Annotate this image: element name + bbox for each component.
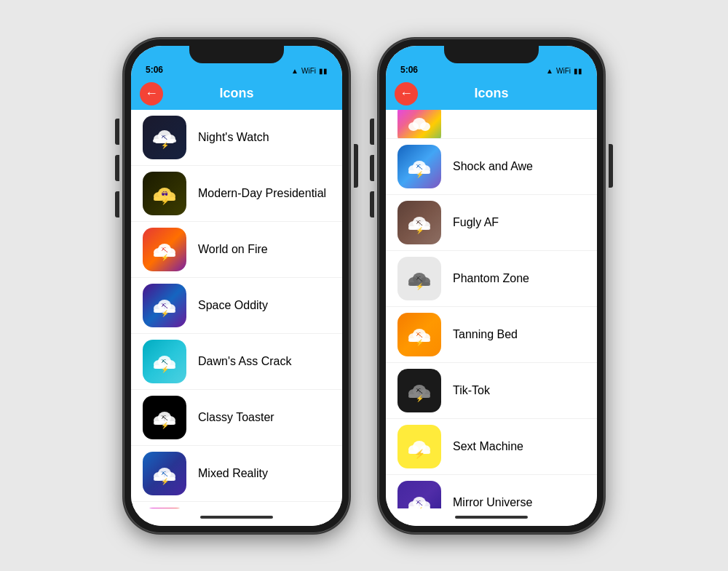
svg-text:🕶: 🕶 [162,191,168,198]
icon-list-2: ⛏ ⚡ Shock and Awe ⛏ ⚡ [386,110,597,508]
app-icon-space-oddity: ⛏ ⚡ [143,284,186,327]
nav-bar-1: ← Icons [131,78,342,110]
signal-icon: ▲ [291,67,298,75]
list-item[interactable]: ⛏ ⚡ Shock and Awe [386,139,597,195]
list-item[interactable]: ⛏ ⚡ World on Fire [131,222,342,278]
cloud-svg-1: ⛏ ⚡ [149,121,181,153]
item-label-phantom-zone: Phantom Zone [453,272,529,285]
item-label-mixed-reality: Mixed Reality [198,467,268,480]
item-label-tik-tok: Tik-Tok [453,384,490,397]
item-label-mirror-universe: Mirror Universe [453,496,532,508]
phone-2-screen: 5:06 ▲ WiFi ▮▮ ← Icons [386,46,597,526]
status-icons-2: ▲ WiFi ▮▮ [546,67,582,75]
notch-1 [189,46,284,63]
svg-text:⚡: ⚡ [414,448,425,459]
svg-text:⛏: ⛏ [416,164,423,171]
nav-title-1: Icons [219,86,253,101]
svg-text:⛏: ⛏ [162,415,168,422]
home-indicator-1 [200,516,273,519]
svg-text:⚡: ⚡ [161,477,170,486]
app-icon-dawns-crack: ⛏ ⚡ [143,340,186,383]
item-label-dawns-crack: Dawn's Ass Crack [198,355,291,368]
app-icon-nights-watch: ⛏ ⚡ [143,116,186,159]
back-button-2[interactable]: ← [395,82,418,105]
home-bar-1 [131,508,342,526]
back-button-1[interactable]: ← [140,82,163,105]
wifi-icon: WiFi [301,67,316,75]
cloud-svg-mirror: ⛏ ⚡ [403,487,435,508]
item-label-world-fire: World on Fire [198,243,268,256]
nav-bar-2: ← Icons [386,78,597,110]
cloud-svg-phantom: ⛏ ⚡ [403,263,435,295]
cloud-svg-tanning: ⛏ ⚡ [403,319,435,351]
app-icon-partial [397,110,441,139]
item-label-fugly-af: Fugly AF [453,216,499,229]
list-item[interactable]: ⛏ ⚡ Classy Toaster [131,390,342,446]
svg-text:⚡: ⚡ [416,506,424,508]
svg-text:⛏: ⛏ [162,135,167,141]
svg-text:⛏: ⛏ [416,220,423,227]
cloud-svg-shock: ⛏ ⚡ [403,151,435,183]
app-icon-mirror-universe: ⛏ ⚡ [397,481,441,508]
cloud-svg-4: ⛏ ⚡ [149,290,181,322]
list-item[interactable]: ⛏ ⚡ Tanning Bed [386,307,597,363]
cloud-svg-fugly: ⛏ ⚡ [403,207,435,239]
app-icon-sext-machine: ⚡ [397,425,441,468]
cloud-svg-6: ⛏ ⚡ [149,402,181,434]
cloud-svg-2: 🕶 ⚡ [149,177,181,209]
phone-2: 5:06 ▲ WiFi ▮▮ ← Icons [379,39,604,533]
svg-text:⚡: ⚡ [161,309,170,318]
list-item[interactable] [386,110,597,139]
item-label-tanning-bed: Tanning Bed [453,328,518,341]
svg-text:⚡: ⚡ [161,141,170,150]
cloud-svg-sext: ⚡ [403,431,435,463]
cloud-svg-7: ⛏ ⚡ [149,458,181,490]
list-item[interactable]: ⛏ ⚡ Space Oddity [131,278,342,334]
list-item[interactable]: ⚡ Unicorn Barf [131,502,342,508]
wifi-icon-2: WiFi [556,67,571,75]
list-item[interactable]: ⛏ ⚡ Night's Watch [131,110,342,166]
svg-text:⚡: ⚡ [416,282,424,291]
cloud-svg-3: ⛏ ⚡ [149,233,181,265]
icon-list-1: ⛏ ⚡ Night's Watch 🕶 ⚡ [131,110,342,508]
app-icon-fugly-af: ⛏ ⚡ [397,201,441,244]
app-icon-tanning-bed: ⛏ ⚡ [397,313,441,356]
phone-1: 5:06 ▲ WiFi ▮▮ ← Icons [124,39,349,533]
app-icon-tik-tok: ⛏ ⚡ [397,369,441,412]
list-item[interactable]: ⛏ ⚡ Mixed Reality [131,446,342,502]
home-indicator-2 [455,516,528,519]
app-icon-mixed-reality: ⛏ ⚡ [143,452,186,495]
battery-icon: ▮▮ [319,67,328,75]
app-icon-modern-day: 🕶 ⚡ [143,172,186,215]
svg-text:⛏: ⛏ [416,276,423,283]
notch-2 [444,46,539,63]
list-item[interactable]: ⛏ ⚡ Tik-Tok [386,363,597,419]
svg-text:⚡: ⚡ [416,226,424,235]
item-label-classy-toaster: Classy Toaster [198,411,274,424]
cloud-svg-partial [403,110,435,139]
phone-1-screen: 5:06 ▲ WiFi ▮▮ ← Icons [131,46,342,526]
svg-text:⚡: ⚡ [161,421,170,430]
cloud-svg-5: ⛏ ⚡ [149,346,181,378]
list-item[interactable]: ⛏ ⚡ Fugly AF [386,195,597,251]
list-item[interactable]: ⛏ ⚡ Mirror Universe [386,475,597,508]
svg-text:⚡: ⚡ [416,394,424,403]
item-label-sext-machine: Sext Machine [453,440,523,453]
app-icon-shock-awe: ⛏ ⚡ [397,145,441,188]
status-time-2: 5:06 [400,65,418,75]
svg-text:⛏: ⛏ [162,247,168,254]
app-icon-classy-toaster: ⛏ ⚡ [143,396,186,439]
app-icon-world-fire: ⛏ ⚡ [143,228,186,271]
list-item[interactable]: ⛏ ⚡ Phantom Zone [386,251,597,307]
status-icons-1: ▲ WiFi ▮▮ [291,67,328,75]
svg-text:⛏: ⛏ [416,332,423,339]
item-label-shock-awe: Shock and Awe [453,160,533,173]
svg-text:⛏: ⛏ [162,471,168,478]
svg-text:⛏: ⛏ [416,500,423,507]
list-item[interactable]: ⛏ ⚡ Dawn's Ass Crack [131,334,342,390]
svg-text:⚡: ⚡ [161,253,170,262]
nav-title-2: Icons [474,86,508,101]
list-item[interactable]: 🕶 ⚡ Modern-Day Presidential [131,166,342,222]
list-item[interactable]: ⚡ Sext Machine [386,419,597,475]
home-bar-2 [386,508,597,526]
